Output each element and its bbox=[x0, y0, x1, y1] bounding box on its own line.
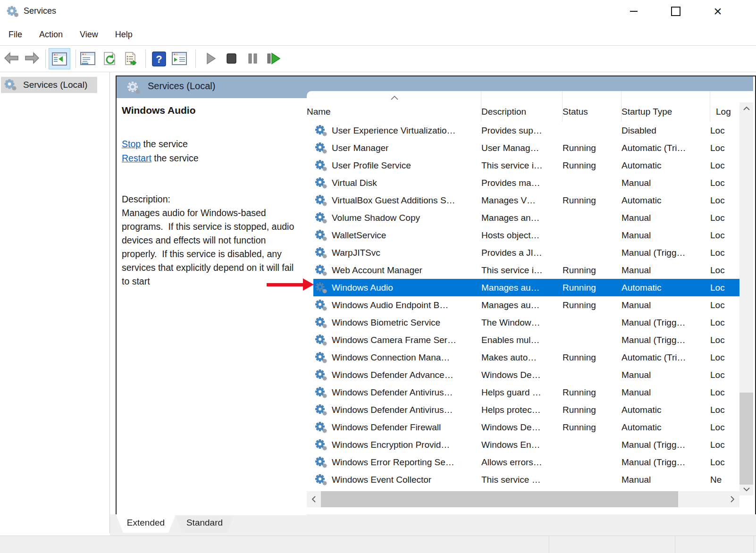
service-gear-icon bbox=[314, 456, 328, 469]
maximize-button[interactable] bbox=[665, 1, 687, 22]
forward-button[interactable] bbox=[25, 52, 40, 64]
horizontal-scrollbar[interactable] bbox=[307, 491, 739, 507]
main-panel: Services (Local) Windows Audio Stop the … bbox=[116, 75, 756, 516]
stop-service-icon bbox=[225, 52, 238, 65]
service-logon-as: Loc bbox=[710, 213, 739, 223]
scroll-left-icon[interactable] bbox=[307, 491, 321, 507]
help-button[interactable]: ? bbox=[152, 51, 166, 67]
service-name: Windows Defender Advance… bbox=[332, 370, 454, 380]
service-name: Volume Shadow Copy bbox=[332, 213, 420, 223]
service-status: Running bbox=[563, 265, 622, 276]
table-row[interactable]: Volume Shadow Copy Manages an… Manual Lo… bbox=[307, 209, 739, 226]
table-row[interactable]: Virtual Disk Provides ma… Manual Loc bbox=[307, 174, 739, 192]
service-status: Running bbox=[563, 143, 622, 153]
service-startup-type: Manual bbox=[622, 387, 710, 398]
service-startup-type: Manual bbox=[622, 265, 710, 276]
service-name: Windows Defender Antivirus… bbox=[332, 387, 453, 398]
view-tab[interactable]: Standard bbox=[175, 515, 234, 533]
table-row[interactable]: Windows Biometric Service The Window… Ma… bbox=[307, 314, 739, 331]
service-name-cell: Windows Defender Firewall bbox=[307, 421, 481, 434]
service-action-suffix: the service bbox=[151, 153, 199, 163]
table-row[interactable]: User Profile Service This service i… Run… bbox=[307, 157, 739, 174]
service-status: Running bbox=[563, 352, 622, 363]
properties-button[interactable] bbox=[80, 52, 95, 65]
properties-icon bbox=[80, 52, 95, 65]
vertical-scrollbar[interactable] bbox=[739, 102, 753, 495]
service-logon-as: Loc bbox=[710, 195, 739, 206]
refresh-button[interactable] bbox=[102, 52, 117, 66]
service-logon-as: Loc bbox=[710, 457, 739, 468]
service-action-link[interactable]: Stop bbox=[122, 139, 141, 149]
service-name-cell: Windows Connection Mana… bbox=[307, 351, 481, 364]
table-row[interactable]: Windows Defender Advance… Windows De… Ma… bbox=[307, 366, 739, 384]
menu-item[interactable]: File bbox=[8, 30, 22, 40]
service-gear-icon bbox=[314, 211, 328, 224]
menu-item[interactable]: Action bbox=[39, 30, 63, 40]
service-description: Manages au… bbox=[481, 300, 563, 310]
pause-service-button[interactable] bbox=[245, 52, 260, 65]
service-action-link[interactable]: Restart bbox=[122, 153, 151, 163]
table-row[interactable]: Windows Connection Mana… Makes auto… Run… bbox=[307, 349, 739, 366]
column-header[interactable]: Startup Type bbox=[622, 91, 710, 122]
show-console-tree-button[interactable] bbox=[49, 48, 70, 69]
service-startup-type: Automatic (Tri… bbox=[622, 352, 710, 363]
service-action-suffix: the service bbox=[141, 139, 188, 149]
service-startup-type: Manual (Trigg… bbox=[622, 248, 710, 258]
minimize-button[interactable] bbox=[623, 1, 645, 22]
table-row[interactable]: Windows Audio Endpoint B… Manages au… Ru… bbox=[307, 296, 739, 314]
extended-view-button[interactable] bbox=[172, 52, 187, 65]
table-row[interactable]: Windows Camera Frame Ser… Enables mul… M… bbox=[307, 331, 739, 349]
view-tab[interactable]: Extended bbox=[116, 515, 176, 533]
menu-item[interactable]: View bbox=[80, 30, 98, 40]
vertical-scroll-thumb[interactable] bbox=[739, 393, 753, 485]
back-button[interactable] bbox=[4, 52, 19, 64]
horizontal-scroll-thumb[interactable] bbox=[321, 491, 678, 507]
service-name: Windows Event Collector bbox=[332, 475, 431, 485]
table-row[interactable]: Windows Audio Manages au… Running Automa… bbox=[307, 279, 739, 296]
table-row[interactable]: VirtualBox Guest Additions S… Manages V…… bbox=[307, 192, 739, 209]
service-startup-type: Manual bbox=[622, 475, 710, 485]
menu-item[interactable]: Help bbox=[115, 30, 133, 40]
scroll-right-icon[interactable] bbox=[725, 491, 739, 507]
service-startup-type: Automatic bbox=[622, 195, 710, 206]
service-startup-type: Automatic (Tri… bbox=[622, 143, 710, 153]
toolbar-separator bbox=[195, 50, 196, 68]
tree-item-label: Services (Local) bbox=[23, 80, 87, 90]
table-row[interactable]: Windows Event Collector This service … M… bbox=[307, 471, 739, 488]
table-row[interactable]: WarpJITSvc Provides a JI… Manual (Trigg…… bbox=[307, 244, 739, 261]
service-name: WarpJITSvc bbox=[332, 248, 380, 258]
column-header[interactable]: Description bbox=[481, 91, 563, 122]
table-row[interactable]: Windows Defender Firewall Windows De… Ru… bbox=[307, 419, 739, 436]
restart-service-button[interactable] bbox=[265, 52, 281, 65]
table-row[interactable]: Windows Error Reporting Se… Allows error… bbox=[307, 453, 739, 471]
stop-service-button[interactable] bbox=[225, 52, 238, 65]
table-row[interactable]: Windows Encryption Provid… Windows En… M… bbox=[307, 436, 739, 453]
service-startup-type: Manual bbox=[622, 300, 710, 310]
start-service-button[interactable] bbox=[205, 52, 217, 65]
service-logon-as: Loc bbox=[710, 160, 739, 171]
close-button[interactable]: × bbox=[707, 1, 729, 22]
service-action-line: Stop the service bbox=[122, 137, 306, 151]
service-name: Web Account Manager bbox=[332, 265, 422, 276]
help-icon: ? bbox=[152, 51, 166, 67]
table-row[interactable]: Web Account Manager This service i… Runn… bbox=[307, 261, 739, 279]
table-row[interactable]: User Manager User Manag… Running Automat… bbox=[307, 139, 739, 157]
toolbar-separator bbox=[145, 50, 146, 68]
column-header[interactable]: Log bbox=[710, 91, 739, 122]
extended-detail-pane: Windows Audio Stop the service Restart t… bbox=[117, 98, 306, 515]
table-row[interactable]: Windows Defender Antivirus… Helps protec… bbox=[307, 401, 739, 419]
service-logon-as: Loc bbox=[710, 335, 739, 345]
export-list-button[interactable] bbox=[124, 52, 140, 66]
scroll-down-icon[interactable] bbox=[739, 483, 753, 495]
table-row[interactable]: User Experience Virtualizatio… Provides … bbox=[307, 122, 739, 139]
table-row[interactable]: Windows Defender Antivirus… Helps guard … bbox=[307, 384, 739, 401]
service-gear-icon bbox=[314, 229, 328, 242]
scroll-up-icon[interactable] bbox=[739, 102, 753, 115]
tree-item-services-local[interactable]: Services (Local) bbox=[1, 77, 97, 93]
table-row[interactable]: WalletService Hosts object… Manual Loc bbox=[307, 226, 739, 244]
column-header[interactable]: Status bbox=[563, 91, 622, 122]
service-startup-type: Automatic bbox=[622, 405, 710, 415]
service-logon-as: Loc bbox=[710, 440, 739, 450]
service-name-cell: WarpJITSvc bbox=[307, 246, 481, 259]
services-mmc-window: { "window": { "title": "Services", "cont… bbox=[0, 0, 756, 553]
